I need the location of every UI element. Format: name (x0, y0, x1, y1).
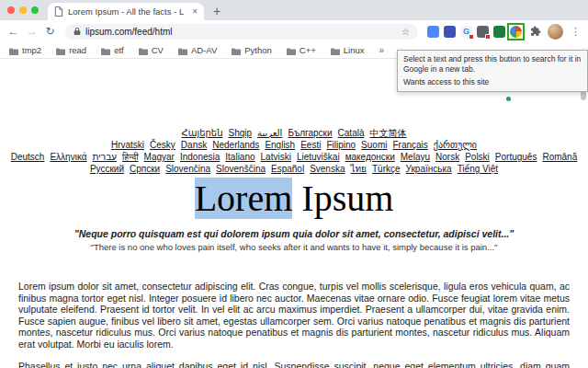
search-extension-icon[interactable] (510, 26, 522, 38)
language-link[interactable]: Česky (150, 140, 175, 150)
language-link[interactable]: Filipino (326, 140, 356, 150)
bookmark-item-c-[interactable]: C++ (287, 42, 316, 59)
back-button[interactable]: ← (7, 26, 19, 37)
english-quote: "There is no one who loves pain itself, … (0, 242, 588, 252)
lock-icon (74, 23, 81, 40)
language-link[interactable]: Magyar (144, 152, 175, 162)
browser-menu-icon[interactable]: ⋮ (571, 26, 581, 38)
selected-title-text: Lorem (195, 178, 293, 219)
extension-icon-g[interactable]: G (460, 26, 472, 38)
language-link[interactable]: македонски (345, 152, 395, 162)
latin-quote: "Neque porro quisquam est qui dolorem ip… (0, 228, 588, 239)
language-link[interactable]: Русский (90, 164, 124, 174)
bookmarks-overflow-chevron[interactable]: » (379, 45, 385, 55)
language-links-row-1: ՀայերենShqipالعربيةБългарскиCatalà中文简体Hr… (0, 127, 588, 151)
new-tab-button[interactable]: + (213, 2, 220, 20)
bookmark-label: tmp2 (22, 45, 41, 55)
language-link[interactable]: Hrvatski (111, 140, 144, 150)
browser-toolbar: ← → ↻ lipsum.com/feed/html ☆ G ⋮ (0, 20, 588, 42)
folder-icon (101, 42, 110, 59)
language-link[interactable]: Türkçe (372, 164, 401, 174)
lorem-paragraph-1: Lorem ipsum dolor sit amet, consectetur … (18, 281, 570, 350)
bookmark-item-ad-av[interactable]: AD-AV (178, 42, 217, 59)
language-link[interactable]: Català (338, 128, 365, 138)
bookmark-star-icon[interactable]: ☆ (401, 27, 410, 37)
language-link[interactable]: Suomi (361, 140, 387, 150)
language-link[interactable]: ไทย (351, 164, 367, 174)
close-window-button[interactable] (7, 6, 15, 14)
language-link[interactable]: Norsk (435, 152, 459, 162)
minimize-window-button[interactable] (19, 6, 27, 14)
language-link[interactable]: Eesti (300, 140, 321, 150)
language-link[interactable]: Български (288, 128, 332, 138)
extensions-puzzle-icon[interactable] (530, 26, 541, 37)
language-link[interactable]: Melayu (401, 152, 430, 162)
extension-icon-1[interactable] (427, 26, 439, 38)
language-link[interactable]: Indonesia (180, 152, 220, 162)
bookmark-item-etf[interactable]: etf (101, 42, 124, 59)
page-content: ՀայերենShqipالعربيةБългарскиCatalà中文简体Hr… (0, 59, 588, 368)
notification-badge (485, 34, 491, 40)
language-link[interactable]: עברית (93, 152, 117, 162)
folder-icon (56, 42, 65, 59)
language-link[interactable]: English (265, 140, 295, 150)
bookmark-item-cv[interactable]: CV (139, 42, 164, 59)
language-link[interactable]: Lietuviškai (297, 152, 340, 162)
window-controls (7, 0, 48, 20)
language-link[interactable]: Українська (406, 164, 452, 174)
browser-window: Lorem Ipsum - All the facts - L × + ← → … (0, 0, 588, 368)
language-link[interactable]: Slovenščina (216, 164, 266, 174)
forward-button[interactable]: → (26, 26, 38, 37)
extensions-area: G (427, 26, 522, 38)
language-link[interactable]: हिन्दी (122, 152, 139, 162)
folder-icon (287, 42, 296, 59)
bookmark-item-read[interactable]: read (56, 42, 86, 59)
bookmark-item-linux[interactable]: Linux (331, 42, 365, 59)
extension-icon-1-glyph (427, 26, 439, 38)
bookmark-label: AD-AV (191, 45, 217, 55)
tab-close-icon[interactable]: × (192, 6, 198, 17)
folder-icon (9, 42, 18, 59)
language-link[interactable]: Svenska (310, 164, 345, 174)
tab-title: Lorem Ipsum - All the facts - L (68, 6, 187, 17)
language-link[interactable]: Deutsch (11, 152, 45, 162)
extension-icon-2-glyph (444, 26, 456, 38)
language-link[interactable]: Español (271, 164, 304, 174)
bookmarks-list: tmp2readetfCVAD-AVPythonC++Linux (9, 42, 365, 59)
language-link[interactable]: Shqip (228, 128, 252, 138)
reload-button[interactable]: ↻ (44, 26, 56, 37)
language-link[interactable]: Français (392, 140, 427, 150)
extension-tooltip: Select a text and press this button to s… (397, 50, 588, 92)
language-link[interactable]: Română (542, 152, 577, 162)
language-link[interactable]: Tiếng Việt (458, 164, 498, 174)
language-link[interactable]: Dansk (181, 140, 207, 150)
extension-icon-2[interactable] (444, 26, 456, 38)
language-link[interactable]: Հայերեն (182, 128, 223, 138)
extension-icon-5-glyph (493, 26, 505, 38)
language-link[interactable]: Nederlands (212, 140, 259, 150)
language-link[interactable]: Ελληνικά (50, 152, 86, 162)
language-links-row-3: РусскийСрпскиSlovenčinaSlovenščinaEspaño… (0, 163, 588, 175)
language-link[interactable]: Српски (130, 164, 160, 174)
url-text[interactable]: lipsum.com/feed/html (85, 27, 397, 37)
zoom-window-button[interactable] (31, 6, 39, 14)
language-link[interactable]: Italiano (225, 152, 254, 162)
language-link[interactable]: ქართული (434, 140, 477, 150)
page-title: Lorem Ipsum (0, 178, 588, 219)
browser-tab[interactable]: Lorem Ipsum - All the facts - L × (48, 3, 204, 20)
bookmark-label: CV (152, 45, 164, 55)
language-link[interactable]: 中文简体 (369, 128, 406, 138)
bookmark-item-python[interactable]: Python (232, 42, 272, 59)
extension-icon-5[interactable] (493, 26, 505, 38)
profile-avatar[interactable] (548, 24, 563, 40)
bookmark-item-tmp2[interactable]: tmp2 (9, 42, 41, 59)
address-bar[interactable]: lipsum.com/feed/html ☆ (65, 24, 418, 40)
language-link[interactable]: Português (495, 152, 537, 162)
language-link[interactable]: Latviski (261, 152, 291, 162)
language-link[interactable]: العربية (257, 128, 282, 138)
folder-icon (232, 42, 241, 59)
language-link[interactable]: Polski (465, 152, 490, 162)
language-link[interactable]: Slovenčina (165, 164, 210, 174)
extension-icon-4[interactable] (477, 26, 489, 38)
green-dot (506, 97, 511, 101)
